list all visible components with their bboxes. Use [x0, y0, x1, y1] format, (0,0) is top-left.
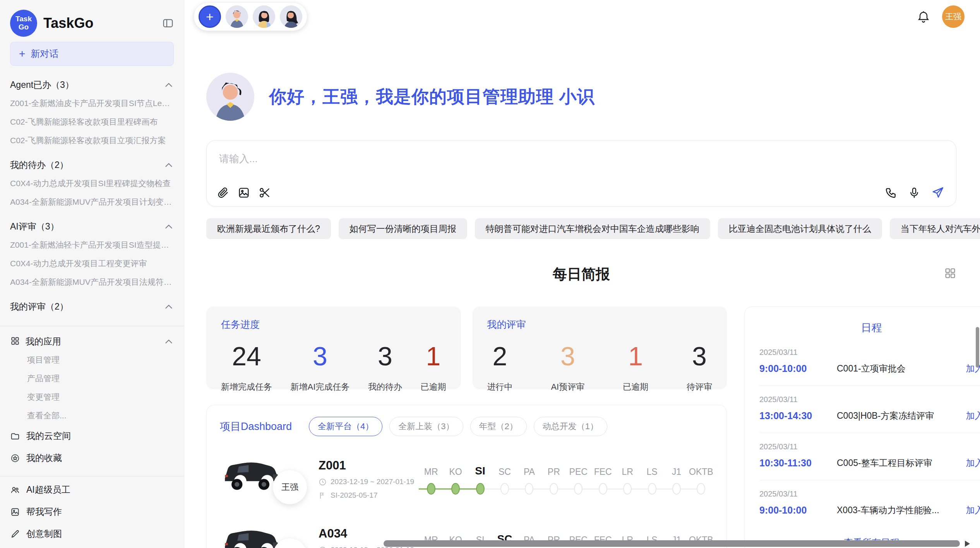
- schedule-item: 2025/03/119:00-10:00C001-立项审批会加入: [759, 339, 980, 386]
- favorites-row[interactable]: 我的收藏: [10, 447, 174, 469]
- milestone-dot: [697, 483, 705, 495]
- agent-avatar-2[interactable]: [253, 5, 275, 28]
- scissors-icon[interactable]: [259, 187, 271, 199]
- app-item[interactable]: 产品管理: [10, 369, 174, 388]
- phone-call-icon[interactable]: [885, 187, 897, 199]
- app-logo: Task Go: [10, 10, 37, 37]
- app-title: TaskGo: [43, 15, 156, 31]
- suggestion-chip[interactable]: 欧洲新规最近颁布了什么?: [206, 218, 331, 239]
- schedule-name: X003-车辆动力学性能验...: [837, 504, 959, 516]
- write-icon: [10, 507, 20, 517]
- user-avatar[interactable]: 王强: [942, 5, 965, 28]
- filter-pill[interactable]: 年型（2）: [470, 417, 527, 436]
- flag-icon: [319, 491, 327, 500]
- join-meeting-link[interactable]: 加入: [966, 504, 980, 516]
- project-row[interactable]: 王强Z0012023-12-19 ~ 2027-01-19SI-2025-05-…: [220, 454, 713, 504]
- dashboard-title: 项目Dashboard: [220, 420, 292, 433]
- sidebar-my-apps-header[interactable]: 我的应用: [10, 330, 174, 351]
- new-chat-button[interactable]: + 新对话: [10, 42, 174, 66]
- stat: 1已逾期: [623, 341, 648, 393]
- filter-pill[interactable]: 全新上装（3）: [389, 417, 463, 436]
- sidebar-section-label: 我的评审（2）: [10, 301, 69, 313]
- stat-items: 2进行中3AI预评审1已逾期3待评审: [487, 341, 713, 393]
- send-icon[interactable]: [931, 186, 944, 199]
- filter-pill[interactable]: 全新平台（4）: [309, 417, 382, 436]
- join-meeting-link[interactable]: 加入: [966, 457, 980, 469]
- stat-value: 2: [493, 341, 507, 371]
- image-upload-icon[interactable]: [238, 187, 250, 199]
- view-all-apps-link[interactable]: 查看全部...: [10, 406, 174, 425]
- layout-grid-icon[interactable]: [944, 267, 956, 279]
- briefing-title: 每日简报: [553, 265, 610, 284]
- chevron-up-icon: [164, 160, 174, 170]
- sidebar-item[interactable]: C0X4-动力总成开发项目工程变更评审: [10, 254, 174, 273]
- plus-icon: +: [19, 48, 25, 59]
- collapse-sidebar-icon[interactable]: [162, 17, 174, 29]
- milestone-label: KO: [449, 463, 462, 477]
- schedule-card: 日程 2025/03/119:00-10:00C001-立项审批会加入2025/…: [744, 307, 980, 548]
- clock-icon: [319, 546, 327, 548]
- suggestion-chip[interactable]: 如何写一份清晰的项目周报: [339, 218, 467, 239]
- sidebar-section-header[interactable]: AI评审（3）: [10, 215, 174, 236]
- sidebar-item[interactable]: Z001-全新燃油轻卡产品开发项目SI节点属性5D文件评审: [10, 316, 174, 319]
- stat-value: 1: [628, 341, 643, 371]
- sidebar-item[interactable]: C0X4-动力总成开发项目SI里程碑提交物检查: [10, 174, 174, 193]
- milestone-label: MR: [424, 463, 438, 477]
- suggestion-chip[interactable]: 当下年轻人对汽车外观有怎样的喜好趋势: [890, 218, 980, 239]
- schedule-item: 2025/03/119:00-10:00X003-车辆动力学性能验...加入: [759, 480, 980, 527]
- join-meeting-link[interactable]: 加入: [966, 410, 980, 422]
- milestone-label: LR: [622, 463, 633, 477]
- milestone-dot: [623, 483, 632, 495]
- tool-row-1[interactable]: AI超级员工: [10, 479, 174, 501]
- project-image: 王强: [220, 454, 319, 504]
- sidebar-item[interactable]: C02-飞腾新能源轻客改款项目里程碑画布: [10, 113, 174, 131]
- app-item[interactable]: 项目管理: [10, 351, 174, 369]
- add-agent-button[interactable]: +: [199, 5, 221, 28]
- tool-row-2[interactable]: 帮我写作: [10, 501, 174, 523]
- sidebar-item[interactable]: Z001-全新燃油轻卡产品开发项目SI造型提交物评审: [10, 236, 174, 254]
- sidebar-item[interactable]: A034-全新新能源MUV产品开发项目计划变更表编写: [10, 193, 174, 211]
- sidebar-item[interactable]: A034-全新新能源MUV产品开发项目法规符合性评审: [10, 273, 174, 291]
- schedule-name: C001-立项审批会: [837, 363, 959, 375]
- schedule-list: 2025/03/119:00-10:00C001-立项审批会加入2025/03/…: [759, 339, 980, 527]
- stat: 3我的待办: [368, 341, 402, 393]
- scroll-right-arrow[interactable]: [965, 541, 970, 547]
- schedule-date: 2025/03/11: [759, 442, 980, 451]
- cloud-space-row[interactable]: 我的云空间: [10, 425, 174, 447]
- attachment-icon[interactable]: [217, 187, 229, 199]
- stat-card-title: 我的评审: [487, 318, 713, 331]
- microphone-icon[interactable]: [908, 187, 920, 199]
- tool-row-3[interactable]: 创意制图: [10, 523, 174, 545]
- sidebar-section-header[interactable]: 我的评审（2）: [10, 295, 174, 316]
- suggestion-chip[interactable]: 比亚迪全固态电池计划具体说了什么: [718, 218, 882, 239]
- topbar: +: [194, 2, 965, 31]
- milestone-label: SI: [475, 463, 485, 477]
- stat: 3待评审: [687, 341, 712, 393]
- sidebar-item[interactable]: C02-飞腾新能源轻客改款项目立项汇报方案: [10, 131, 174, 150]
- vertical-scrollbar[interactable]: [976, 327, 979, 368]
- milestone-pec: PEC: [566, 463, 591, 495]
- milestone-dot-area: [541, 483, 566, 495]
- schedule-row: 9:00-10:00X003-车辆动力学性能验...加入: [759, 504, 980, 516]
- notification-bell-icon[interactable]: [917, 10, 930, 24]
- filter-pill[interactable]: 动总开发（1）: [534, 417, 607, 436]
- dashboard-filters: 全新平台（4）全新上装（3）年型（2）动总开发（1）: [309, 417, 607, 436]
- app-item[interactable]: 变更管理: [10, 388, 174, 406]
- milestone-dot: [574, 483, 583, 495]
- suggestion-chip[interactable]: 特朗普可能对进口汽车增税会对中国车企造成哪些影响: [475, 218, 710, 239]
- milestone-ls: LS: [640, 463, 664, 495]
- my-apps-label: 我的应用: [10, 336, 61, 348]
- sidebar-item[interactable]: Z001-全新燃油皮卡产品开发项目SI节点Lesson Learn报告: [10, 94, 174, 113]
- sidebar-section-header[interactable]: 我的待办（2）: [10, 154, 174, 174]
- project-info: Z0012023-12-19 ~ 2027-01-19SI-2025-05-17: [319, 459, 413, 500]
- horizontal-scrollbar[interactable]: [384, 540, 960, 547]
- sidebar-section-header[interactable]: Agent已办（3）: [10, 74, 174, 94]
- chevron-up-icon: [164, 222, 174, 232]
- stat: 24新增完成任务: [221, 341, 272, 393]
- agent-avatar-3[interactable]: [280, 5, 302, 28]
- milestone-label: PEC: [569, 463, 588, 477]
- stat-value: 3: [313, 341, 327, 371]
- agent-avatar-1[interactable]: [226, 5, 248, 28]
- milestone-dot: [525, 483, 533, 495]
- chat-input-card[interactable]: 请输入...: [206, 140, 956, 207]
